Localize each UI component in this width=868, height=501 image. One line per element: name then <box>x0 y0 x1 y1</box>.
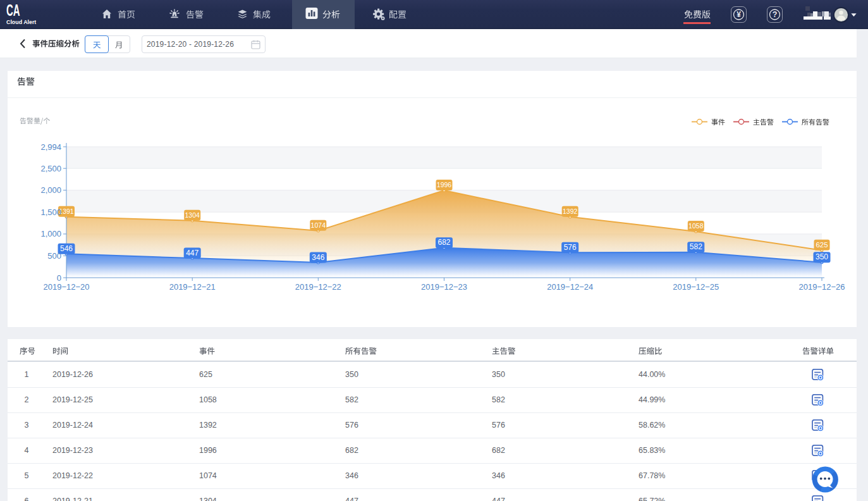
svg-text:350: 350 <box>816 252 828 261</box>
svg-text:2,000: 2,000 <box>40 185 61 195</box>
svg-text:¥: ¥ <box>737 10 741 19</box>
svg-text:2019−12−22: 2019−12−22 <box>295 282 341 292</box>
svg-text:1,500: 1,500 <box>40 207 61 217</box>
svg-text:2019−12−26: 2019−12−26 <box>798 282 845 292</box>
svg-text:625: 625 <box>816 241 828 249</box>
svg-text:1058: 1058 <box>688 222 704 230</box>
svg-text:0: 0 <box>57 273 61 283</box>
svg-text:576: 576 <box>564 243 577 252</box>
svg-text:1392: 1392 <box>563 207 578 215</box>
svg-text:582: 582 <box>690 242 702 251</box>
svg-text:2019−12−20: 2019−12−20 <box>43 282 89 292</box>
svg-text:?: ? <box>773 10 778 19</box>
svg-text:2019−12−24: 2019−12−24 <box>547 282 593 292</box>
svg-text:682: 682 <box>437 238 450 247</box>
svg-text:2019−12−23: 2019−12−23 <box>421 282 467 292</box>
svg-text:1304: 1304 <box>185 211 200 219</box>
svg-text:346: 346 <box>312 253 324 262</box>
svg-text:546: 546 <box>60 244 73 253</box>
svg-text:2,994: 2,994 <box>40 142 61 152</box>
svg-text:2019−12−21: 2019−12−21 <box>169 282 216 292</box>
svg-text:2019−12−25: 2019−12−25 <box>673 282 719 292</box>
svg-text:2,500: 2,500 <box>40 164 61 173</box>
svg-text:500: 500 <box>47 251 61 261</box>
svg-text:1074: 1074 <box>311 221 326 229</box>
svg-text:1,000: 1,000 <box>40 229 61 238</box>
svg-text:447: 447 <box>186 249 199 257</box>
svg-text:1996: 1996 <box>437 181 452 189</box>
